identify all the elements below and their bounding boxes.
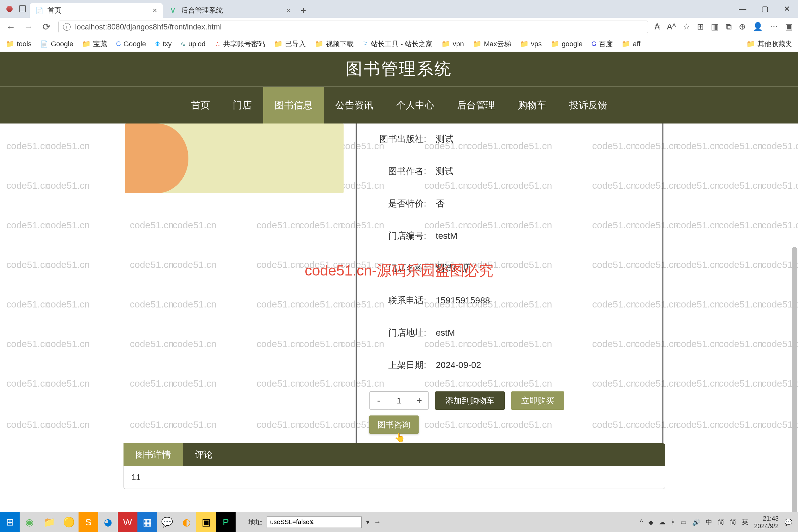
- tray-clock[interactable]: 21:43 2024/9/2: [754, 515, 779, 530]
- taskbar-edge-icon[interactable]: ◉: [20, 512, 39, 532]
- tray-cloud-icon[interactable]: ☁: [659, 518, 665, 526]
- tray-ime-1[interactable]: 简: [718, 518, 724, 526]
- detail-tab-1[interactable]: 评论: [183, 443, 225, 466]
- taskbar-addr-dropdown-icon[interactable]: ▾: [366, 518, 369, 526]
- bookmark-other[interactable]: 📁其他收藏夹: [746, 39, 792, 49]
- detail-row-0: 图书出版社:测试: [369, 133, 650, 145]
- buy-now-button[interactable]: 立即购买: [511, 392, 564, 410]
- new-tab-button[interactable]: +: [297, 3, 310, 18]
- nav-item-5[interactable]: 后台管理: [445, 87, 506, 124]
- bookmark-txy[interactable]: ❋txy: [155, 40, 172, 48]
- sidebar-icon[interactable]: ⧉: [726, 22, 732, 32]
- bookmark-video[interactable]: 📁视频下载: [315, 39, 354, 49]
- bookmark-googlefolder[interactable]: 📁google: [551, 40, 583, 48]
- start-button[interactable]: ⊞: [0, 512, 20, 532]
- tray-up-icon[interactable]: ^: [640, 518, 643, 526]
- taskbar-wechat-icon[interactable]: 💬: [157, 512, 177, 532]
- bookmark-baidu[interactable]: G百度: [591, 39, 613, 49]
- nav-item-6[interactable]: 购物车: [506, 87, 558, 124]
- qty-plus-button[interactable]: +: [410, 392, 429, 410]
- bookmark-max[interactable]: 📁Max云梯: [473, 39, 511, 49]
- bookmark-tools[interactable]: 📁tools: [6, 40, 31, 48]
- taskbar-addr-go-icon[interactable]: →: [374, 518, 381, 526]
- bookmark-treasure[interactable]: 📁宝藏: [82, 39, 107, 49]
- taskbar-sublime-icon[interactable]: S: [78, 512, 98, 532]
- collections-icon[interactable]: ▥: [711, 22, 719, 32]
- nav-item-0[interactable]: 首页: [179, 87, 221, 124]
- bookmark-google2[interactable]: GGoogle: [116, 40, 146, 48]
- taskbar-addr-input[interactable]: [267, 516, 362, 528]
- back-button[interactable]: ←: [5, 21, 17, 32]
- nav-item-7[interactable]: 投诉反馈: [558, 87, 619, 124]
- taskbar-explorer-icon[interactable]: 📁: [39, 512, 59, 532]
- minimize-button[interactable]: —: [732, 0, 754, 18]
- detail-value: 15915915988: [436, 296, 490, 306]
- nav-item-1[interactable]: 门店: [221, 87, 263, 124]
- detail-value: testM: [436, 231, 457, 241]
- tray-ime-0[interactable]: 中: [706, 518, 712, 526]
- bookmark-share[interactable]: ⛬共享账号密码: [214, 39, 265, 49]
- detail-tab-0[interactable]: 图书详情: [124, 443, 183, 466]
- consult-button[interactable]: 图书咨询: [369, 416, 419, 434]
- browser-tab-0[interactable]: 📄 首页 ×: [30, 3, 163, 18]
- extensions-icon[interactable]: ⊞: [697, 22, 704, 32]
- detail-value: estM: [436, 328, 455, 338]
- page-content: code51.cncode51.cncode51.cncode51.cncode…: [0, 52, 798, 512]
- nav-item-3[interactable]: 公告资讯: [324, 87, 385, 124]
- taskbar-wps-icon[interactable]: W: [118, 512, 137, 532]
- browser-tab-1[interactable]: V 后台管理系统 ×: [164, 3, 297, 18]
- tray-bluetooth-icon[interactable]: ᚼ: [671, 518, 675, 526]
- copilot-icon[interactable]: ▣: [785, 22, 793, 32]
- url-input[interactable]: i localhost:8080/djangos8hf5/front/index…: [58, 21, 648, 33]
- taskbar-pycharm-icon[interactable]: P: [216, 512, 235, 532]
- tab-close-0[interactable]: ×: [153, 6, 157, 15]
- refresh-button[interactable]: ⟳: [40, 21, 52, 32]
- tab-close-1[interactable]: ×: [286, 6, 291, 15]
- maximize-button[interactable]: ▢: [754, 0, 776, 18]
- forward-button[interactable]: →: [23, 21, 34, 32]
- taskbar-app2-icon[interactable]: ◐: [177, 512, 196, 532]
- site-info-icon[interactable]: i: [63, 23, 71, 31]
- tray-notification-icon[interactable]: 💬: [784, 518, 792, 526]
- taskbar-chrome-icon[interactable]: 🟡: [59, 512, 78, 532]
- close-window-button[interactable]: ✕: [776, 0, 798, 18]
- profile-icon[interactable]: [6, 6, 13, 12]
- detail-row-6: 门店地址:estM: [369, 327, 650, 339]
- detail-row-2: 是否特价:否: [369, 197, 650, 210]
- tray-volume-icon[interactable]: 🔊: [692, 518, 700, 526]
- book-detail-panel: 图书出版社:测试图书作者:测试是否特价:否门店编号:testM门店名称:测试门店…: [356, 124, 663, 445]
- bookmark-google[interactable]: 📄Google: [40, 40, 73, 48]
- book-image: [125, 124, 344, 193]
- bookmark-imported[interactable]: 📁已导入: [274, 39, 306, 49]
- qty-minus-button[interactable]: -: [369, 392, 388, 410]
- nav-item-2[interactable]: 图书信息: [263, 87, 324, 124]
- translate-icon[interactable]: ₳: [654, 22, 660, 32]
- bookmark-uplod[interactable]: ∿uplod: [180, 40, 206, 48]
- tray-time: 21:43: [754, 515, 779, 522]
- taskbar-app1-icon[interactable]: ▦: [137, 512, 157, 532]
- tray-ime-3[interactable]: 英: [742, 518, 748, 526]
- bookmark-aff[interactable]: 📁aff: [622, 40, 640, 48]
- taskbar-edge2-icon[interactable]: ◕: [98, 512, 118, 532]
- nav-item-4[interactable]: 个人中心: [385, 87, 445, 124]
- tray-ime-2[interactable]: 简: [730, 518, 736, 526]
- qty-input[interactable]: [388, 392, 410, 410]
- sync-icon[interactable]: 👤: [753, 22, 763, 32]
- address-bar: ← → ⟳ i localhost:8080/djangos8hf5/front…: [0, 18, 798, 36]
- reader-icon[interactable]: Aᴬ: [667, 22, 676, 32]
- bookmark-webmaster[interactable]: ⚐站长工具 - 站长之家: [363, 39, 433, 49]
- bookmark-vpn[interactable]: 📁vpn: [441, 40, 463, 48]
- tray-battery-icon[interactable]: ▭: [681, 518, 686, 526]
- taskbar-app3-icon[interactable]: ▣: [196, 512, 216, 532]
- bookmark-vps[interactable]: 📁vps: [520, 40, 542, 48]
- bookmarks-bar: 📁tools 📄Google 📁宝藏 GGoogle ❋txy ∿uplod ⛬…: [0, 36, 798, 52]
- site-title: 图书管理系统: [346, 58, 452, 80]
- favorite-icon[interactable]: ☆: [683, 22, 690, 32]
- tray-app-icon[interactable]: ◆: [648, 518, 653, 526]
- tab-controls: [2, 0, 30, 18]
- workspace-icon[interactable]: [19, 5, 26, 12]
- add-to-cart-button[interactable]: 添加到购物车: [435, 392, 505, 410]
- vertical-scrollbar[interactable]: [792, 247, 797, 512]
- more-icon[interactable]: ⋯: [770, 22, 778, 32]
- downloads-icon[interactable]: ⊕: [739, 22, 746, 32]
